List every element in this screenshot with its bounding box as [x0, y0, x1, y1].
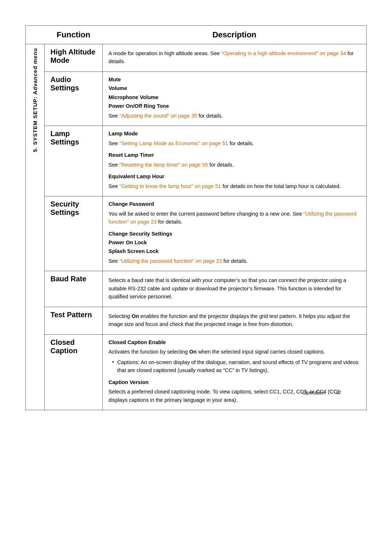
- bullet-text: Captions: An on-screen display of the di…: [117, 358, 360, 375]
- main-table: Function Description 5. SYSTEM SETUP: Ad…: [25, 25, 367, 410]
- description-cell: Change PasswordYou will be asked to ente…: [103, 196, 367, 271]
- desc-title: Caption Version: [109, 378, 360, 386]
- desc-title: Lamp Mode: [109, 130, 360, 138]
- desc-bold-word: On: [189, 349, 196, 355]
- description-cell: Selecting On enables the function and th…: [103, 307, 367, 334]
- bullet-item: •Captions: An on-screen display of the d…: [112, 358, 360, 375]
- desc-link: "Utilizing the password function" on pag…: [119, 258, 222, 264]
- header-function: Function: [45, 26, 103, 44]
- table-row: Lamp SettingsLamp ModeSee "Setting Lamp …: [26, 126, 367, 196]
- footer-page-number: 47: [335, 390, 341, 396]
- function-cell: Security Settings: [45, 196, 103, 271]
- function-cell: Closed Caption: [45, 334, 103, 410]
- sidebar-cell: 5. SYSTEM SETUP: Advanced menu: [26, 44, 45, 410]
- description-cell: Closed Caption EnableActivates the funct…: [103, 334, 367, 410]
- header-description: Description: [103, 26, 367, 44]
- function-cell: Lamp Settings: [45, 126, 103, 196]
- desc-title: Microphone Volume: [109, 93, 360, 101]
- desc-plain: Selects a baud rate that is identical wi…: [109, 276, 360, 301]
- description-cell: Selects a baud rate that is identical wi…: [103, 271, 367, 307]
- desc-title: Change Password: [109, 200, 360, 208]
- footer-operation-label: Operation: [302, 390, 324, 396]
- desc-with-link: See "Setting Lamp Mode as Economic" on p…: [109, 139, 360, 147]
- page-container: Function Description 5. SYSTEM SETUP: Ad…: [25, 25, 367, 410]
- desc-title: Change Security Settings: [109, 230, 360, 238]
- desc-link: "Utilizing the password function" on pag…: [109, 211, 356, 225]
- desc-bold-inline: Selecting On enables the function and th…: [109, 312, 360, 328]
- desc-link: "Resetting the lamp timer" on page 55: [119, 162, 208, 168]
- desc-title: Reset Lamp Timer: [109, 151, 360, 159]
- table-row: Test PatternSelecting On enables the fun…: [26, 307, 367, 334]
- description-cell: MuteVolumeMicrophone VolumePower On/Off …: [103, 72, 367, 126]
- desc-bold-word: On: [132, 313, 139, 319]
- table-row: 5. SYSTEM SETUP: Advanced menuHigh Altit…: [26, 44, 367, 72]
- function-cell: High Altitude Mode: [45, 44, 103, 72]
- table-row: Baud RateSelects a baud rate that is ide…: [26, 271, 367, 307]
- desc-title: Splash Screen Lock: [109, 247, 360, 255]
- desc-title: Closed Caption Enable: [109, 338, 360, 346]
- table-row: Closed CaptionClosed Caption EnableActiv…: [26, 334, 367, 410]
- function-cell: Test Pattern: [45, 307, 103, 334]
- desc-link: "Getting to know the lamp hour" on page …: [119, 183, 221, 189]
- desc-with-link: See "Getting to know the lamp hour" on p…: [109, 182, 360, 190]
- desc-title: Equivalent Lamp Hour: [109, 172, 360, 180]
- description-cell: A mode for operation in high altitude ar…: [103, 44, 367, 72]
- footer: Operation 47: [302, 390, 341, 396]
- desc-with-link: See "Utilizing the password function" on…: [109, 257, 360, 265]
- function-cell: Baud Rate: [45, 271, 103, 307]
- desc-with-link: A mode for operation in high altitude ar…: [109, 49, 360, 66]
- desc-title: Power On Lock: [109, 238, 360, 246]
- desc-link: "Setting Lamp Mode as Economic" on page …: [119, 140, 228, 146]
- table-row: Audio SettingsMuteVolumeMicrophone Volum…: [26, 72, 367, 126]
- desc-bold-inline: Activates the function by selecting On w…: [109, 348, 360, 356]
- desc-with-link: You will be asked to enter the current p…: [109, 210, 360, 226]
- desc-title: Volume: [109, 84, 360, 92]
- desc-link: "Operating in a high altitude environmen…: [221, 50, 346, 56]
- bullet-dot: •: [112, 358, 117, 366]
- description-cell: Lamp ModeSee "Setting Lamp Mode as Econo…: [103, 126, 367, 196]
- desc-with-link: See "Adjusting the sound" on page 35 for…: [109, 112, 360, 120]
- desc-link: "Adjusting the sound" on page 35: [119, 113, 197, 119]
- sidebar-label: 5. SYSTEM SETUP: Advanced menu: [32, 48, 38, 152]
- table-row: Security SettingsChange PasswordYou will…: [26, 196, 367, 271]
- desc-title: Mute: [109, 76, 360, 83]
- function-cell: Audio Settings: [45, 72, 103, 126]
- desc-with-link: See "Resetting the lamp timer" on page 5…: [109, 161, 360, 169]
- desc-title: Power On/Off Ring Tone: [109, 102, 360, 110]
